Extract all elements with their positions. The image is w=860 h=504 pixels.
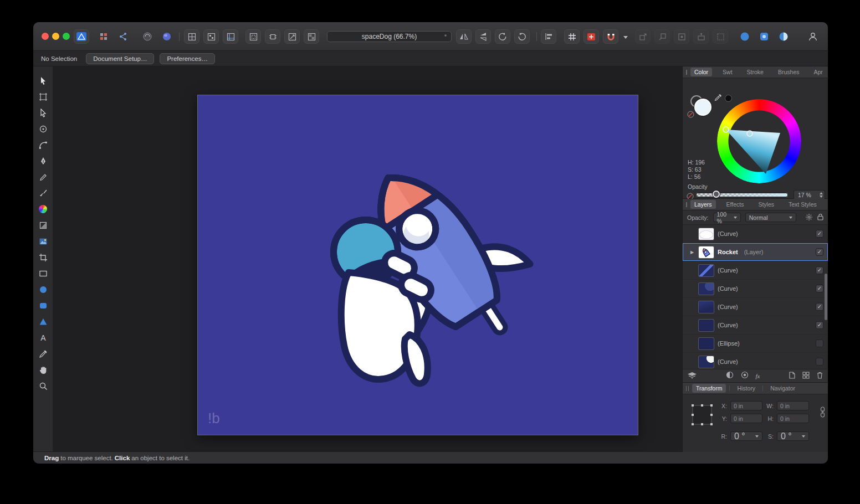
canvas-viewport[interactable]: !b xyxy=(53,66,682,451)
panel-drag-handle[interactable] xyxy=(686,202,687,207)
pixel-grid-icon[interactable] xyxy=(203,29,219,44)
export-persona-icon[interactable] xyxy=(115,29,131,44)
layer-row[interactable]: (Ellipse) ✓ xyxy=(683,335,828,353)
transform-anchor-selector[interactable] xyxy=(689,402,715,430)
saturation-lightness-triangle[interactable] xyxy=(717,99,801,183)
crop-tool[interactable] xyxy=(37,252,49,263)
layers-scrollbar[interactable] xyxy=(825,274,827,320)
mask-layer-icon[interactable] xyxy=(726,371,734,381)
blend-options-gear-icon[interactable] xyxy=(805,213,813,222)
tab-brushes[interactable]: Brushes xyxy=(774,68,803,76)
tab-layers[interactable]: Layers xyxy=(690,200,716,209)
tab-transform[interactable]: Transform xyxy=(692,384,726,393)
rounded-rectangle-tool[interactable] xyxy=(37,300,49,311)
flip-horizontal-icon[interactable] xyxy=(456,29,472,44)
insert-behind-icon[interactable] xyxy=(635,29,651,44)
layer-row[interactable]: (Curve) ✓ xyxy=(683,225,828,243)
lock-icon[interactable] xyxy=(817,213,823,222)
layer-row[interactable]: (Curve) ✓ xyxy=(683,261,828,280)
color-wheel[interactable] xyxy=(717,99,801,183)
tab-color[interactable]: Color xyxy=(690,68,712,76)
triangle-tool[interactable] xyxy=(37,316,49,327)
link-dimensions-icon[interactable] xyxy=(820,407,825,420)
layer-visibility-checkbox[interactable]: ✓ xyxy=(816,340,823,347)
transparent-background-icon[interactable] xyxy=(304,29,319,44)
swatch-icon[interactable] xyxy=(756,29,772,44)
layer-row[interactable]: (Curve) ✓ xyxy=(683,316,828,335)
tab-stroke[interactable]: Stroke xyxy=(743,68,767,76)
affinity-designer-logo[interactable] xyxy=(74,29,89,44)
document-setup-button[interactable]: Document Setup… xyxy=(86,53,154,64)
tab-appearance[interactable]: Apr xyxy=(810,68,827,76)
show-grid-icon[interactable] xyxy=(564,29,580,44)
zoom-tool[interactable] xyxy=(37,380,49,391)
shear-dropdown[interactable]: 0 ° xyxy=(777,431,809,441)
rotation-dropdown[interactable]: 0 ° xyxy=(730,431,762,441)
x-input[interactable] xyxy=(730,401,762,410)
zoom-window-button[interactable] xyxy=(63,33,70,40)
layer-row[interactable]: ▶ Rocket (Layer) xyxy=(683,243,828,261)
w-input[interactable] xyxy=(777,401,809,410)
delete-layer-icon[interactable] xyxy=(817,371,823,381)
insert-inside-icon[interactable] xyxy=(674,29,689,44)
snapping-dropdown-caret[interactable] xyxy=(622,29,629,44)
grid-icon[interactable] xyxy=(184,29,199,44)
layer-visibility-checkbox[interactable]: ✓ xyxy=(816,230,823,238)
fill-tool[interactable] xyxy=(37,204,49,214)
transparency-tool[interactable] xyxy=(37,220,49,230)
pixel-alignment-icon[interactable] xyxy=(583,29,599,44)
group-layers-icon[interactable] xyxy=(802,371,810,381)
opacity-stepper[interactable] xyxy=(820,192,823,198)
tab-effects[interactable]: Effects xyxy=(723,200,748,209)
layer-row[interactable]: (Curve) ✓ xyxy=(683,353,828,369)
panel-drag-handle[interactable] xyxy=(686,70,687,75)
pixel-persona-icon[interactable] xyxy=(96,29,111,44)
tab-styles[interactable]: Styles xyxy=(754,200,778,209)
opacity-slider-track[interactable] xyxy=(696,193,788,197)
close-window-button[interactable] xyxy=(42,33,49,40)
ellipse-tool[interactable] xyxy=(37,284,49,295)
artboard[interactable]: !b xyxy=(198,95,638,435)
insert-on-top-icon[interactable] xyxy=(693,29,709,44)
new-layer-icon[interactable] xyxy=(789,371,795,381)
tab-stock[interactable]: Stock xyxy=(827,200,828,209)
guides-icon[interactable] xyxy=(223,29,238,44)
layer-visibility-checkbox[interactable]: ✓ xyxy=(816,358,823,366)
layer-visibility-checkbox[interactable]: ✓ xyxy=(816,266,823,274)
insert-in-front-icon[interactable] xyxy=(654,29,670,44)
vector-brush-tool[interactable] xyxy=(37,188,49,198)
color-cycle-icon[interactable] xyxy=(737,29,752,44)
alignment-icon[interactable] xyxy=(541,29,556,44)
account-icon[interactable] xyxy=(805,29,821,44)
minimize-window-button[interactable] xyxy=(52,33,59,40)
sphere-icon-1[interactable] xyxy=(140,29,155,44)
layer-visibility-checkbox[interactable]: ✓ xyxy=(816,321,823,329)
y-input[interactable] xyxy=(730,414,762,423)
rectangle-tool[interactable] xyxy=(37,268,49,279)
layers-opacity-dropdown[interactable]: 100 % xyxy=(713,213,741,222)
layer-visibility-checkbox[interactable]: ✓ xyxy=(816,303,823,311)
tab-swatches[interactable]: Swt xyxy=(719,68,736,76)
artboard-tool[interactable] xyxy=(37,91,49,102)
sphere-icon-2[interactable] xyxy=(159,29,175,44)
bleed-icon[interactable] xyxy=(265,29,280,44)
margins-icon[interactable] xyxy=(245,29,261,44)
point-transform-tool[interactable] xyxy=(37,124,49,134)
clip-canvas-icon[interactable] xyxy=(284,29,300,44)
gradient-icon[interactable] xyxy=(776,29,791,44)
layer-options-icon[interactable] xyxy=(688,371,697,381)
tab-navigator[interactable]: Navigator xyxy=(766,384,799,393)
blend-mode-dropdown[interactable]: Normal xyxy=(745,213,796,222)
preferences-button[interactable]: Preferences… xyxy=(160,53,215,64)
tab-text-styles[interactable]: Text Styles xyxy=(785,200,821,209)
view-tool[interactable] xyxy=(37,364,49,375)
corner-tool[interactable] xyxy=(37,140,49,150)
opacity-slider-knob[interactable] xyxy=(713,191,720,198)
tab-history[interactable]: History xyxy=(733,384,759,393)
document-title-dropdown[interactable]: spaceDog (66.7%) * xyxy=(327,31,452,42)
replace-selection-icon[interactable] xyxy=(713,29,728,44)
layer-effects-icon[interactable]: fx xyxy=(756,373,760,379)
panel-drag-handle[interactable] xyxy=(686,386,689,391)
pen-tool[interactable] xyxy=(37,156,49,166)
fill-color-swatch[interactable] xyxy=(694,99,711,116)
